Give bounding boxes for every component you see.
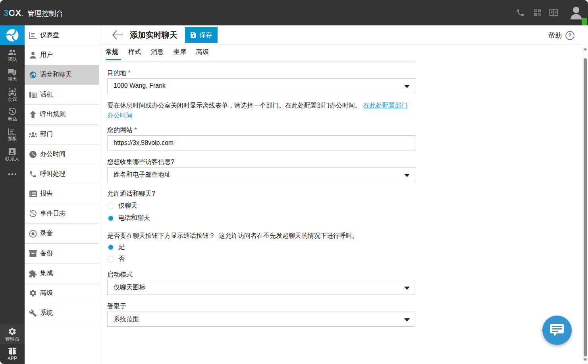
svg-text:X: X xyxy=(15,9,21,17)
svg-text:?: ? xyxy=(568,32,572,39)
svg-text:3: 3 xyxy=(4,9,8,17)
